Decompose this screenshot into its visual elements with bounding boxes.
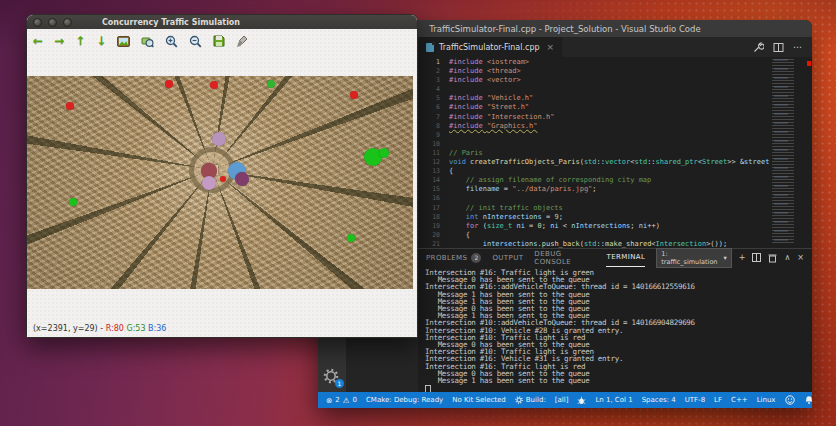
error-marker xyxy=(807,61,811,66)
vehicle-dot xyxy=(347,234,355,242)
tab-debug-console[interactable]: DEBUG CONSOLE xyxy=(534,250,595,266)
brush-icon[interactable] xyxy=(236,35,249,48)
code-line: 13{ xyxy=(418,167,770,176)
tab-output[interactable]: OUTPUT xyxy=(492,254,523,262)
status-bar: ⊗ 2 ⚠ 0 CMake: Debug: Ready No Kit Selec… xyxy=(318,392,812,408)
cursor-coords: (x=2391, y=29) - xyxy=(33,324,103,333)
desktop: TrafficSimulator-Final.cpp - Project_Sol… xyxy=(0,0,836,426)
code-line: 15 filename = "../data/paris.jpg"; xyxy=(418,185,770,194)
indentation[interactable]: Spaces: 4 xyxy=(642,396,676,404)
paris-map[interactable] xyxy=(27,76,413,289)
code-line: 14 // assign filename of corresponding c… xyxy=(418,176,770,185)
vehicle-dot xyxy=(66,102,74,110)
vehicle-dot xyxy=(350,91,358,99)
zoom-in-icon[interactable] xyxy=(165,35,178,48)
vehicle-dot xyxy=(69,198,77,206)
vehicle-dot xyxy=(267,80,275,88)
terminal-line: Message 1 has been sent to the queue xyxy=(425,377,812,384)
remote-os[interactable]: Linux xyxy=(757,396,776,404)
build-label: Build: xyxy=(526,396,546,404)
code-line: 2#include <thread> xyxy=(418,67,770,76)
tab-problems[interactable]: PROBLEMS 2 xyxy=(426,253,481,263)
language-mode[interactable]: C++ xyxy=(731,396,748,404)
maximize-button[interactable] xyxy=(63,18,72,27)
new-terminal-icon[interactable]: + xyxy=(739,254,746,262)
vehicle-dot xyxy=(379,148,389,158)
notifications-bell-icon[interactable] xyxy=(804,395,814,405)
overview-ruler[interactable] xyxy=(804,57,812,248)
code-lines[interactable]: 1#include <iostream>2#include <thread>3#… xyxy=(418,57,770,248)
close-button[interactable] xyxy=(33,18,42,27)
nav-down-icon[interactable]: ↓ xyxy=(96,35,106,47)
code-line: 7#include "Intersection.h" xyxy=(418,113,770,122)
code-line: 11// Paris xyxy=(418,149,770,158)
code-line: 10 xyxy=(418,140,770,149)
code-line: 17 // init traffic objects xyxy=(418,204,770,213)
feedback-smiley-icon[interactable] xyxy=(785,395,795,405)
terminal-dropdown[interactable]: 1: traffic_simulation ▾ xyxy=(656,248,731,268)
code-line: 4 xyxy=(418,85,770,94)
tab-close-icon[interactable]: × xyxy=(547,42,555,52)
minimap[interactable] xyxy=(770,59,804,244)
problems-status[interactable]: ⊗ 2 ⚠ 0 xyxy=(326,396,357,405)
panel-header: PROBLEMS 2 OUTPUT DEBUG CONSOLE TERMINAL… xyxy=(418,249,812,266)
blue-value: B:36 xyxy=(148,324,166,333)
wrench-icon[interactable] xyxy=(753,42,764,53)
vehicle-dot xyxy=(210,81,218,89)
terminal-cursor xyxy=(425,385,431,392)
code-line: 21 intersections.push_back(std::make_sha… xyxy=(418,240,770,248)
eol-sequence[interactable]: LF xyxy=(714,396,722,404)
code-line: 18 int nIntersections = 9; xyxy=(418,213,770,222)
save-icon[interactable] xyxy=(213,35,225,47)
tab-trafficsimulator-final[interactable]: TrafficSimulator-Final.cpp × xyxy=(418,37,562,57)
simulation-toolbar: ← → ↑ ↓ xyxy=(33,32,249,50)
zoom-out-icon[interactable] xyxy=(189,35,202,48)
simulation-window: Concurrency Traffic Simulation ← → ↑ ↓ xyxy=(26,14,418,338)
notification-badge: 1 xyxy=(335,379,344,388)
nav-up-icon[interactable]: ↑ xyxy=(75,35,85,47)
code-line: 1#include <iostream> xyxy=(418,58,770,67)
cpp-file-icon xyxy=(426,43,434,52)
pixel-status-line: (x=2391, y=29) - R:80 G:53 B:36 xyxy=(33,324,166,333)
gear-small-icon xyxy=(515,396,523,404)
split-terminal-icon[interactable] xyxy=(752,253,761,262)
zoom-fit-icon[interactable] xyxy=(141,35,154,48)
simulation-titlebar[interactable]: Concurrency Traffic Simulation xyxy=(27,15,417,29)
encoding[interactable]: UTF-8 xyxy=(685,396,705,404)
split-editor-icon[interactable] xyxy=(773,42,784,53)
code-line: 20 { xyxy=(418,231,770,240)
terminal-output[interactable]: Intersection #16: Traffic light is green… xyxy=(418,266,812,392)
cmake-kit[interactable]: No Kit Selected xyxy=(452,396,506,404)
code-editor[interactable]: 1#include <iostream>2#include <thread>3#… xyxy=(418,57,812,248)
vehicle-dot xyxy=(212,132,226,146)
error-count: 2 xyxy=(335,396,339,404)
more-actions-icon[interactable]: ⋯ xyxy=(793,42,803,52)
minimize-button[interactable] xyxy=(48,18,57,27)
vscode-window-title: TrafficSimulator-Final.cpp - Project_Sol… xyxy=(429,24,700,34)
tab-label: TrafficSimulator-Final.cpp xyxy=(439,43,540,52)
tab-terminal[interactable]: TERMINAL xyxy=(606,249,645,267)
close-panel-icon[interactable]: × xyxy=(797,254,804,262)
red-value: R:80 xyxy=(106,324,124,333)
code-line: 3#include <vector> xyxy=(418,76,770,85)
nav-forward-icon[interactable]: → xyxy=(54,35,64,47)
code-line: 16 xyxy=(418,194,770,203)
terminal-dropdown-value: 1: traffic_simulation xyxy=(661,250,717,266)
bottom-panel: PROBLEMS 2 OUTPUT DEBUG CONSOLE TERMINAL… xyxy=(418,248,812,392)
build-target[interactable]: [all] xyxy=(555,396,569,404)
cmake-status[interactable]: CMake: Debug: Ready xyxy=(366,396,443,404)
manage-button[interactable]: 1 xyxy=(323,368,341,386)
code-line: 19 for (size_t ni = 0; ni < nIntersectio… xyxy=(418,222,770,231)
cursor-position[interactable]: Ln 1, Col 1 xyxy=(595,396,632,404)
maximize-panel-icon[interactable]: ∧ xyxy=(784,254,790,262)
code-line: 5#include "Vehicle.h" xyxy=(418,94,770,103)
problems-label: PROBLEMS xyxy=(426,254,467,262)
image-icon[interactable] xyxy=(117,36,130,47)
vehicle-dot xyxy=(235,172,249,186)
nav-back-icon[interactable]: ← xyxy=(33,35,43,47)
kill-terminal-icon[interactable] xyxy=(768,253,777,263)
code-line: 12void createTrafficObjects_Paris(std::v… xyxy=(418,158,770,167)
cmake-build-button[interactable]: Build: xyxy=(515,396,546,404)
code-line: 9 xyxy=(418,131,770,140)
debug-icon[interactable] xyxy=(577,396,586,405)
